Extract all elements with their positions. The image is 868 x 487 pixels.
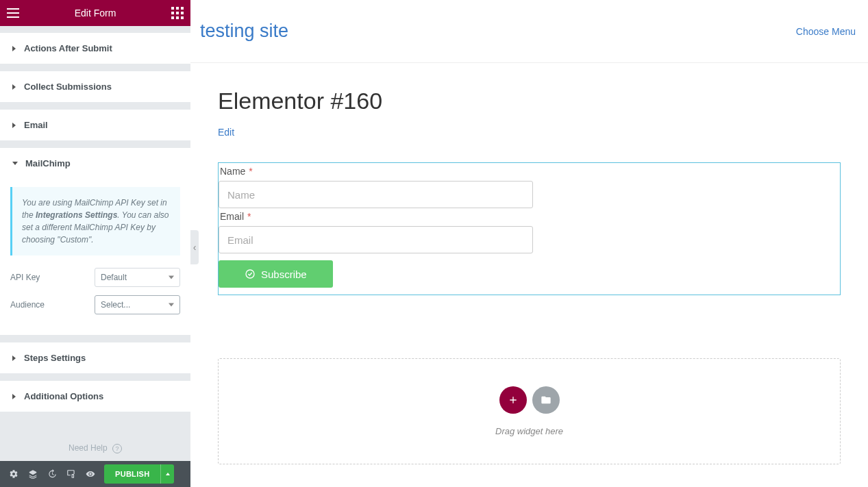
name-label: Name * — [219, 163, 539, 181]
add-section-button[interactable] — [499, 386, 527, 414]
form-widget[interactable]: Name * Email * Subscribe — [218, 162, 841, 295]
sidebar-header: Edit Form — [0, 0, 190, 26]
panel-body: Actions After Submit Collect Submissions… — [0, 26, 190, 461]
section-label: Collect Submissions — [24, 82, 112, 92]
section-label: Additional Options — [24, 391, 103, 401]
section-actions-after-submit[interactable]: Actions After Submit — [0, 33, 190, 64]
email-label: Email * — [219, 208, 539, 226]
edit-link[interactable]: Edit — [218, 127, 234, 138]
responsive-icon[interactable] — [62, 464, 81, 484]
page-content: Elementor #160 Edit Name * Email * Subsc… — [190, 63, 868, 487]
widget-dropzone[interactable]: Drag widget here — [218, 358, 841, 464]
section-additional-options[interactable]: Additional Options — [0, 381, 190, 412]
preview-canvas: testing site Choose Menu Elementor #160 … — [190, 0, 868, 487]
email-input[interactable] — [219, 226, 533, 253]
api-key-row: API Key Default — [10, 268, 180, 287]
settings-icon[interactable] — [4, 464, 23, 484]
caret-right-icon — [12, 355, 16, 361]
apps-grid-icon[interactable] — [171, 7, 184, 19]
section-label: MailChimp — [25, 158, 71, 168]
publish-options-toggle[interactable] — [160, 464, 174, 484]
page-title: Elementor #160 — [218, 88, 841, 114]
template-library-button[interactable] — [532, 386, 560, 414]
section-email[interactable]: Email — [0, 110, 190, 141]
section-mailchimp-body: You are using MailChimp API Key set in t… — [0, 179, 190, 335]
name-column: Name * — [219, 163, 539, 208]
caret-right-icon — [12, 84, 16, 90]
section-label: Email — [24, 120, 48, 130]
api-key-select[interactable]: Default — [95, 268, 180, 287]
caret-right-icon — [12, 394, 16, 399]
history-icon[interactable] — [42, 464, 62, 484]
email-column: Email * — [219, 208, 539, 253]
site-title[interactable]: testing site — [200, 21, 288, 42]
caret-right-icon — [12, 123, 16, 128]
audience-row: Audience Select... — [10, 295, 180, 314]
section-label: Steps Settings — [24, 353, 86, 363]
section-label: Actions After Submit — [24, 43, 112, 53]
sidebar-title: Edit Form — [75, 8, 116, 18]
collapse-sidebar-handle[interactable]: ‹ — [190, 230, 199, 264]
need-help[interactable]: Need Help ? — [0, 412, 190, 461]
editor-sidebar: Edit Form Actions After Submit Collect S… — [0, 0, 190, 487]
required-asterisk: * — [245, 211, 251, 222]
name-input[interactable] — [219, 181, 533, 208]
required-asterisk: * — [246, 166, 252, 177]
audience-select[interactable]: Select... — [95, 295, 180, 314]
publish-button[interactable]: PUBLISH — [104, 464, 160, 484]
question-icon: ? — [112, 444, 122, 453]
hamburger-icon[interactable] — [7, 8, 19, 18]
navigator-icon[interactable] — [23, 464, 42, 484]
section-mailchimp: MailChimp You are using MailChimp API Ke… — [0, 148, 190, 336]
api-key-label: API Key — [10, 273, 40, 282]
check-circle-icon — [245, 269, 256, 279]
mailchimp-notice: You are using MailChimp API Key set in t… — [10, 187, 180, 255]
subscribe-button[interactable]: Subscribe — [219, 260, 333, 288]
sidebar-footer: PUBLISH — [0, 461, 190, 487]
caret-down-icon — [12, 162, 18, 165]
site-header: testing site Choose Menu — [190, 0, 868, 63]
section-collect-submissions[interactable]: Collect Submissions — [0, 71, 190, 103]
caret-right-icon — [12, 46, 16, 51]
section-mailchimp-header[interactable]: MailChimp — [0, 148, 190, 179]
audience-label: Audience — [10, 300, 45, 310]
dropzone-text: Drag widget here — [495, 426, 563, 436]
section-steps-settings[interactable]: Steps Settings — [0, 342, 190, 374]
choose-menu-link[interactable]: Choose Menu — [796, 26, 856, 37]
preview-icon[interactable] — [81, 464, 100, 484]
svg-point-0 — [246, 270, 254, 278]
